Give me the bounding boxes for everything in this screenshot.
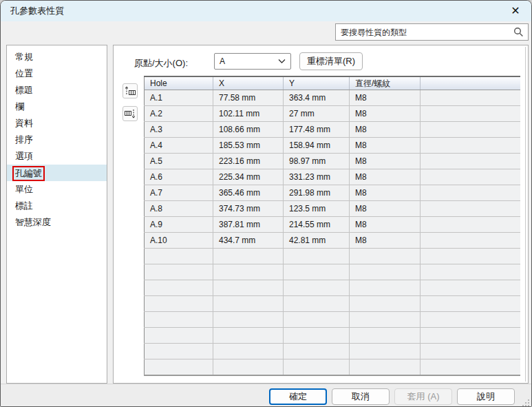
table-cell[interactable] [421,122,521,138]
reorder-up-button[interactable] [123,83,138,98]
ok-button[interactable]: 確定 [269,388,327,405]
table-cell[interactable]: M8 [350,169,421,185]
table-cell[interactable]: A.4 [145,138,213,154]
table-cell[interactable]: A.3 [145,122,213,138]
sidebar-item[interactable]: 資料 [7,115,107,132]
table-cell[interactable] [145,312,213,328]
table-cell[interactable] [421,185,521,201]
table-cell[interactable] [421,233,521,249]
search-input[interactable] [335,23,529,41]
sidebar-item[interactable]: 單位 [7,181,107,198]
table-cell[interactable]: 158.94 mm [284,138,350,154]
table-cell[interactable]: 331.23 mm [284,169,350,185]
table-cell[interactable]: 77.58 mm [213,90,284,106]
table-cell[interactable]: 387.81 mm [213,217,284,233]
table-cell[interactable] [213,312,284,328]
table-cell[interactable] [284,312,350,328]
table-cell[interactable] [350,296,421,312]
table-cell[interactable]: 291.98 mm [284,185,350,201]
table-cell[interactable]: 363.4 mm [284,90,350,106]
table-cell[interactable]: 365.46 mm [213,185,284,201]
table-cell[interactable] [284,328,350,344]
table-cell[interactable]: A.10 [145,233,213,249]
table-cell[interactable]: A.8 [145,201,213,217]
table-cell[interactable]: A.7 [145,185,213,201]
table-cell[interactable]: M8 [350,217,421,233]
table-cell[interactable] [350,344,421,359]
column-header[interactable] [421,76,521,90]
resize-grip-icon[interactable] [521,398,529,406]
column-header[interactable]: 直徑/螺紋 [350,76,421,90]
sidebar-item[interactable]: 選項 [7,148,107,165]
table-cell[interactable]: 225.34 mm [213,169,284,185]
table-cell[interactable] [421,217,521,233]
table-cell[interactable] [421,106,521,122]
table-cell[interactable] [421,154,521,169]
table-cell[interactable] [421,169,521,185]
table-cell[interactable] [421,201,521,217]
sidebar-item[interactable]: 智慧深度 [7,214,107,231]
table-cell[interactable]: 223.16 mm [213,154,284,169]
table-cell[interactable] [421,296,521,312]
table-cell[interactable] [284,359,350,376]
table-cell[interactable] [213,264,284,280]
table-cell[interactable]: 42.81 mm [284,233,350,249]
table-cell[interactable]: 102.11 mm [213,106,284,122]
origin-size-dropdown[interactable]: A [214,53,291,70]
table-cell[interactable]: 27 mm [284,106,350,122]
table-cell[interactable]: A.6 [145,169,213,185]
table-cell[interactable] [284,264,350,280]
table-cell[interactable] [421,328,521,344]
table-cell[interactable] [421,280,521,296]
column-header[interactable]: Y [284,76,350,90]
column-header[interactable]: X [213,76,284,90]
table-cell[interactable] [350,312,421,328]
retag-list-button[interactable]: 重標清單(R) [299,52,363,70]
table-cell[interactable] [350,359,421,376]
table-cell[interactable] [145,264,213,280]
table-cell[interactable] [350,264,421,280]
table-cell[interactable] [213,296,284,312]
table-cell[interactable] [421,249,521,264]
table-cell[interactable]: 434.7 mm [213,233,284,249]
table-cell[interactable]: 177.48 mm [284,122,350,138]
table-cell[interactable] [284,249,350,264]
table-cell[interactable] [213,249,284,264]
table-cell[interactable]: 214.55 mm [284,217,350,233]
table-cell[interactable] [421,359,521,376]
table-cell[interactable]: A.1 [145,90,213,106]
table-cell[interactable] [421,138,521,154]
table-cell[interactable] [421,264,521,280]
table-cell[interactable]: M8 [350,90,421,106]
sidebar-item[interactable]: 位置 [7,65,107,82]
table-cell[interactable]: M8 [350,185,421,201]
table-cell[interactable] [145,280,213,296]
table-cell[interactable] [284,296,350,312]
cancel-button[interactable]: 取消 [332,388,390,405]
table-cell[interactable] [350,280,421,296]
table-cell[interactable] [421,344,521,359]
table-cell[interactable] [284,280,350,296]
table-cell[interactable] [145,344,213,359]
sidebar-item[interactable]: 排序 [7,132,107,148]
sidebar-item[interactable]: 標題 [7,82,107,98]
sidebar-item[interactable]: 標註 [7,198,107,214]
reorder-down-button[interactable] [123,106,138,121]
table-cell[interactable]: 185.53 mm [213,138,284,154]
table-cell[interactable]: A.2 [145,106,213,122]
table-cell[interactable] [350,249,421,264]
table-cell[interactable]: M8 [350,106,421,122]
sidebar-item[interactable]: 常規 [7,49,107,65]
table-cell[interactable]: M8 [350,154,421,169]
close-icon[interactable]: ✕ [507,3,524,19]
table-cell[interactable]: M8 [350,138,421,154]
sidebar-item[interactable]: 孔編號 [7,165,107,181]
sidebar-item[interactable]: 欄 [7,98,107,115]
table-cell[interactable]: 98.97 mm [284,154,350,169]
help-button[interactable]: 說明 [457,388,515,405]
table-cell[interactable]: 374.73 mm [213,201,284,217]
table-cell[interactable]: 108.66 mm [213,122,284,138]
table-cell[interactable]: M8 [350,233,421,249]
table-cell[interactable] [421,312,521,328]
table-cell[interactable] [284,344,350,359]
